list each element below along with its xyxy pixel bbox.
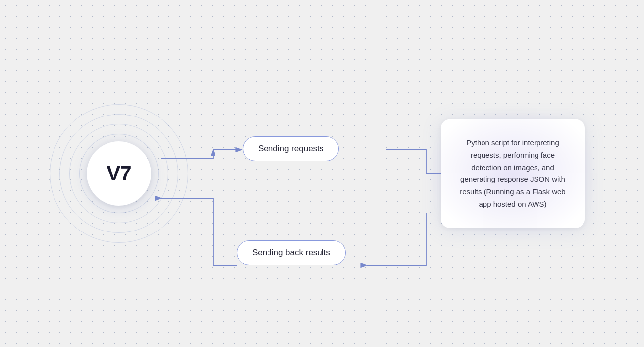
v7-logo-text: V7 xyxy=(107,162,131,185)
v7-circle: V7 xyxy=(87,141,151,206)
info-card: Python script for interpreting requests,… xyxy=(441,119,585,228)
v7-node: V7 xyxy=(79,134,159,213)
diagram-container: V7 Sending requ xyxy=(50,35,594,312)
sending-requests-pill: Sending requests xyxy=(243,136,339,161)
sending-requests-label: Sending requests xyxy=(258,144,323,153)
info-card-description: Python script for interpreting requests,… xyxy=(456,137,570,211)
sending-back-pill: Sending back results xyxy=(237,240,346,265)
sending-back-label: Sending back results xyxy=(252,248,330,257)
